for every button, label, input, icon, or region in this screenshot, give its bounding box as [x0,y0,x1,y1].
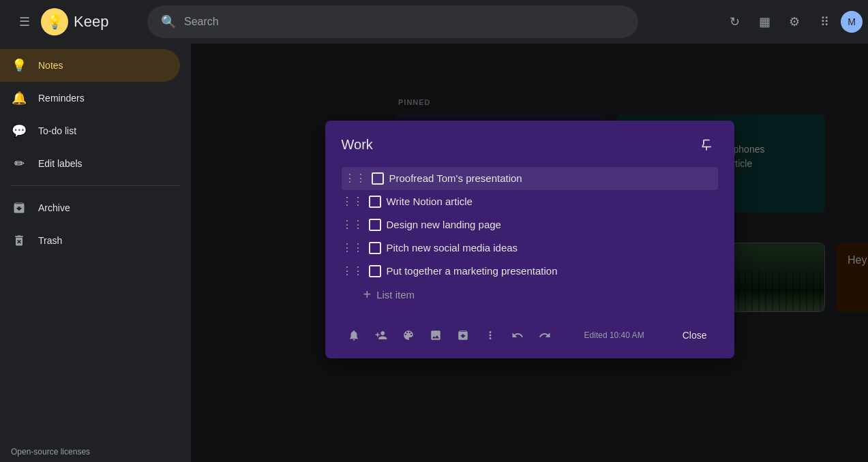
settings-icon: ⚙ [789,14,800,29]
apps-button[interactable]: ⠿ [811,8,838,35]
modal-header: Work [342,134,718,156]
settings-button[interactable]: ⚙ [781,8,808,35]
item-text: Put together a marketing presentation [387,265,702,277]
modal-footer-actions [342,323,557,348]
sidebar-item-edit-labels[interactable]: ✏ Edit labels [0,147,180,180]
notes-icon: 💡 [11,57,27,74]
sidebar-divider [11,185,180,186]
edit-labels-icon: ✏ [11,155,27,172]
item-checkbox[interactable] [369,265,381,277]
avatar[interactable]: M [841,11,863,33]
topbar: ☰ 💡 Keep 🔍 Search ↻ ▦ ⚙ ⠿ M [0,0,868,44]
sidebar-item-label: Edit labels [38,158,83,169]
app-name: Keep [74,13,108,31]
archive-note-button[interactable] [451,323,475,348]
sidebar-item-trash[interactable]: Trash [0,224,180,257]
sidebar-item-archive[interactable]: Archive [0,191,180,224]
redo-button[interactable] [533,323,557,348]
list-view-button[interactable]: ▦ [751,8,778,35]
collaborate-button[interactable] [369,323,393,348]
item-text: Proofread Tom's presentation [389,172,700,184]
sidebar-item-label: Notes [38,60,63,71]
add-item-label: List item [376,289,415,301]
sidebar-item-todo[interactable]: 💬 To-do list [0,114,180,147]
apps-icon: ⠿ [820,14,829,29]
close-modal-button[interactable]: Close [672,324,718,346]
drag-handle-icon: ⋮⋮ [342,218,363,231]
modal-list-item[interactable]: ⋮⋮ Write Notion article ✕ [342,190,718,213]
trash-icon [11,232,27,249]
search-placeholder: Search [184,16,219,28]
sidebar-item-notes[interactable]: 💡 Notes [0,49,180,82]
reminders-icon: 🔔 [11,90,27,106]
search-bar[interactable]: 🔍 Search [147,5,638,38]
add-icon: + [363,287,372,303]
modal-list-item[interactable]: ⋮⋮ Put together a marketing presentation… [342,260,718,283]
modal-items-list: ⋮⋮ Proofread Tom's presentation ✕ ⋮⋮ Wri… [342,167,718,283]
color-button[interactable] [396,323,421,348]
item-text: Write Notion article [387,196,702,207]
item-text: Pitch new social media ideas [387,242,702,253]
sidebar-item-label: Archive [38,202,70,213]
keep-logo-icon: 💡 [41,8,68,35]
item-checkbox[interactable] [372,172,384,185]
sidebar: 💡 Notes 🔔 Reminders 💬 To-do list ✏ Edit … [0,44,191,462]
open-source-link[interactable]: Open-source licenses [0,442,191,462]
refresh-button[interactable]: ↻ [721,8,748,35]
work-note-modal: Work ⋮⋮ Proofread Tom's presentation ✕ ⋮… [325,121,734,358]
undo-button[interactable] [505,323,530,348]
refresh-icon: ↻ [730,14,740,29]
item-checkbox[interactable] [369,242,381,254]
modal-list-item[interactable]: ⋮⋮ Proofread Tom's presentation ✕ [342,167,718,190]
item-text: Design new landing page [387,219,702,230]
sidebar-item-reminders[interactable]: 🔔 Reminders [0,82,180,114]
todo-icon: 💬 [11,123,27,139]
add-list-item-button[interactable]: + List item [342,283,718,307]
drag-handle-icon: ⋮⋮ [344,172,366,185]
sidebar-item-label: Reminders [38,93,85,104]
app-logo[interactable]: ☰ 💡 Keep [5,8,142,35]
menu-icon[interactable]: ☰ [11,8,38,35]
remind-button[interactable] [342,323,366,348]
add-image-button[interactable] [423,323,448,348]
drag-handle-icon: ⋮⋮ [342,264,363,277]
edited-timestamp: Edited 10:40 AM [584,330,644,340]
topbar-actions: ↻ ▦ ⚙ ⠿ M [721,8,863,35]
list-view-icon: ▦ [759,14,770,29]
modal-title: Work [342,137,373,153]
archive-icon [11,200,27,216]
sidebar-item-label: To-do list [38,125,76,136]
drag-handle-icon: ⋮⋮ [342,241,363,254]
modal-footer: Edited 10:40 AM Close [342,318,718,348]
more-options-button[interactable] [478,323,503,348]
drag-handle-icon: ⋮⋮ [342,195,363,208]
pin-button[interactable] [696,134,718,156]
modal-backdrop[interactable]: Work ⋮⋮ Proofread Tom's presentation ✕ ⋮… [191,44,868,462]
item-checkbox[interactable] [369,219,381,231]
item-checkbox[interactable] [369,196,381,208]
sidebar-item-label: Trash [38,235,62,246]
modal-list-item[interactable]: ⋮⋮ Pitch new social media ideas ✕ [342,236,718,260]
search-icon: 🔍 [161,14,176,29]
modal-list-item[interactable]: ⋮⋮ Design new landing page ✕ [342,213,718,236]
